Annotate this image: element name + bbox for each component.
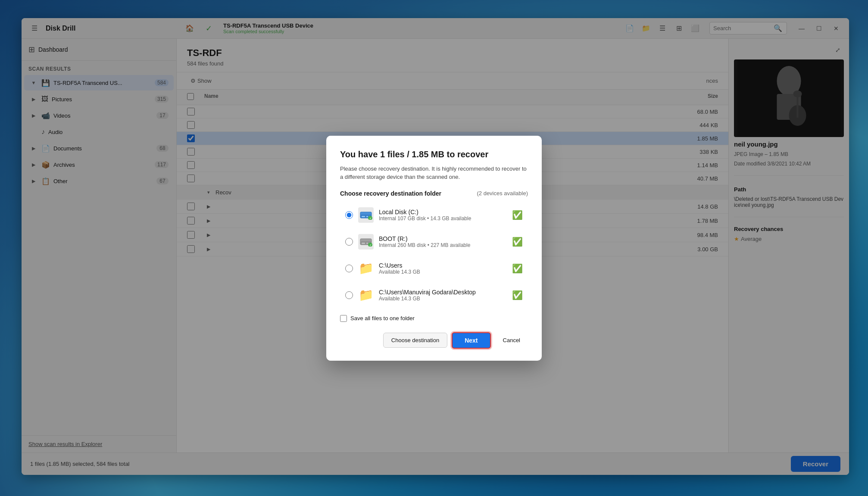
device-details-r: BOOT (R:) Internal 260 MB disk • 227 MB … xyxy=(379,235,507,248)
modal-buttons: Choose destination Next Cancel xyxy=(340,332,528,349)
folder-icon-desktop: 📁 xyxy=(358,287,374,303)
save-folder-row: Save all files to one folder xyxy=(340,315,528,322)
svg-rect-17 xyxy=(366,243,368,244)
check-icon-c: ✅ xyxy=(512,210,523,220)
check-icon-r: ✅ xyxy=(512,237,523,247)
disk-icon-r: ✓ xyxy=(358,234,374,250)
modal-overlay: You have 1 files / 1.85 MB to recover Pl… xyxy=(0,0,868,496)
svg-rect-10 xyxy=(366,216,368,217)
device-option-c[interactable]: ✓ Local Disk (C:) Internal 107 GB disk •… xyxy=(340,203,528,227)
svg-rect-16 xyxy=(362,243,365,244)
device-option-users[interactable]: 📁 C:\Users Available 14.3 GB ✅ xyxy=(340,256,528,281)
recovery-modal: You have 1 files / 1.85 MB to recover Pl… xyxy=(326,136,542,361)
device-option-r[interactable]: ✓ BOOT (R:) Internal 260 MB disk • 227 M… xyxy=(340,230,528,254)
device-sub-r: Internal 260 MB disk • 227 MB available xyxy=(379,242,507,248)
device-name-r: BOOT (R:) xyxy=(379,235,507,242)
svg-rect-9 xyxy=(362,216,365,217)
device-radio-c[interactable] xyxy=(345,211,353,219)
devices-count: (2 devices available) xyxy=(477,190,528,197)
device-sub-users: Available 14.3 GB xyxy=(379,269,507,275)
folder-icon-users: 📁 xyxy=(358,261,374,276)
save-folder-checkbox[interactable] xyxy=(340,315,347,322)
disk-icon-c: ✓ xyxy=(358,207,374,223)
device-sub-c: Internal 107 GB disk • 14.3 GB available xyxy=(379,215,507,221)
svg-text:✓: ✓ xyxy=(369,244,372,246)
modal-title: You have 1 files / 1.85 MB to recover xyxy=(340,150,528,159)
device-radio-users[interactable] xyxy=(345,265,353,272)
device-details-users: C:\Users Available 14.3 GB xyxy=(379,262,507,275)
save-folder-label: Save all files to one folder xyxy=(350,315,415,321)
cancel-button[interactable]: Cancel xyxy=(495,333,528,347)
modal-description: Please choose recovery destination. It i… xyxy=(340,165,528,181)
svg-text:✓: ✓ xyxy=(369,217,372,220)
device-details-desktop: C:\Users\Manuviraj Godara\Desktop Availa… xyxy=(379,289,507,302)
modal-section-title: Choose recovery destination folder (2 de… xyxy=(340,190,528,197)
check-icon-desktop: ✅ xyxy=(512,290,523,300)
device-radio-r[interactable] xyxy=(345,238,353,246)
section-title-text: Choose recovery destination folder xyxy=(340,190,441,197)
device-name-users: C:\Users xyxy=(379,262,507,269)
device-option-desktop[interactable]: 📁 C:\Users\Manuviraj Godara\Desktop Avai… xyxy=(340,283,528,307)
device-name-desktop: C:\Users\Manuviraj Godara\Desktop xyxy=(379,289,507,296)
device-radio-desktop[interactable] xyxy=(345,291,353,299)
device-details-c: Local Disk (C:) Internal 107 GB disk • 1… xyxy=(379,209,507,221)
next-button[interactable]: Next xyxy=(452,332,490,349)
check-icon-users: ✅ xyxy=(512,263,523,274)
device-sub-desktop: Available 14.3 GB xyxy=(379,296,507,302)
device-name-c: Local Disk (C:) xyxy=(379,209,507,215)
choose-destination-button[interactable]: Choose destination xyxy=(383,333,447,348)
